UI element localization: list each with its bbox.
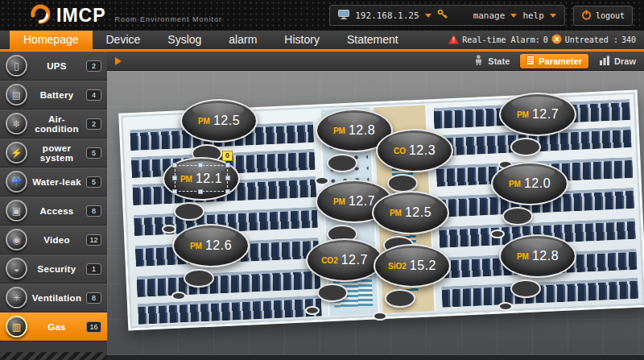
tab-alarm[interactable]: alarm (215, 31, 270, 49)
bottom-edge-strip (107, 355, 644, 360)
bubble-tail (171, 292, 186, 300)
bubble-tail (510, 279, 541, 298)
count-badge: 8 (86, 292, 101, 304)
app-window: IMCP Room Environment Monitor 192.168.1.… (0, 0, 644, 360)
untreated-count: 340 (621, 35, 636, 44)
bubble-tail (305, 306, 320, 315)
bubble-tail (510, 138, 541, 156)
floorplan-canvas[interactable]: PM 12.5 PM 12.8 CO 12.3 PM 12.1 (107, 71, 644, 360)
parameter-button[interactable]: Parameter (520, 54, 588, 68)
resize-handle[interactable] (172, 176, 177, 180)
help-menu[interactable]: help (522, 10, 544, 21)
ip-dropdown-icon[interactable] (425, 14, 431, 18)
alarm-status-bar: ! Real-time Alarm: 0 Untreated : 340 (448, 31, 644, 49)
bubble-tail (315, 176, 329, 185)
logout-button[interactable]: logout (573, 6, 633, 26)
header: IMCP Room Environment Monitor 192.168.1.… (0, 0, 644, 31)
count-badge: 16 (86, 321, 101, 333)
count-badge: 4 (86, 89, 101, 101)
monitor-icon (338, 10, 349, 22)
sensor-bubble-pm[interactable]: PM 12.8 (499, 234, 576, 278)
sidebar-item-video[interactable]: ◉ Video 12 (0, 226, 107, 254)
key-icon[interactable] (437, 9, 448, 22)
resize-handle[interactable] (225, 189, 230, 194)
manage-menu[interactable]: manage (473, 10, 506, 21)
selection-index-tag: 0 (222, 151, 233, 161)
sidebar: ▯ UPS 2 ▤ Battery 4 ❄ Air-condition 2 ⚡ … (0, 52, 107, 360)
ip-address: 192.168.1.25 (355, 10, 419, 21)
sidebar-item-access[interactable]: ▣ Access 8 (0, 197, 107, 226)
sensor-bubble-co[interactable]: CO 12.3 (376, 129, 453, 172)
sensor-bubble-pm[interactable]: PM 12.6 (172, 224, 250, 267)
draw-button[interactable]: Draw (599, 56, 636, 67)
video-icon: ◉ (6, 229, 27, 250)
tab-device[interactable]: Device (93, 31, 155, 49)
tab-syslog[interactable]: Syslog (154, 31, 215, 49)
logo: IMCP Room Environment Monitor (29, 3, 222, 28)
state-button[interactable]: State (473, 55, 510, 67)
sidebar-item-water-leak[interactable]: ☔ Water-leak 5 (0, 168, 107, 197)
bubble-tail (385, 289, 415, 308)
untreated-label: Untreated : (565, 35, 618, 44)
sidebar-item-power-system[interactable]: ⚡ power system 5 (0, 139, 107, 168)
resize-handle[interactable] (198, 189, 203, 194)
resize-handle[interactable] (198, 163, 203, 168)
bubble-tail (502, 207, 533, 226)
bubble-tail (327, 154, 357, 172)
sidebar-item-battery[interactable]: ▤ Battery 4 (0, 81, 107, 110)
parameter-icon (526, 56, 535, 67)
resize-handle[interactable] (225, 176, 230, 180)
sidebar-item-security[interactable]: ◒ Security 1 (0, 254, 107, 283)
logout-label: logout (596, 11, 625, 20)
sidebar-item-air-condition[interactable]: ❄ Air-condition 2 (0, 110, 107, 139)
count-badge: 5 (86, 176, 101, 188)
selection-box[interactable]: 0 (175, 165, 228, 192)
sensor-bubble-pm[interactable]: PM 12.0 (491, 162, 568, 205)
count-badge: 2 (86, 118, 101, 130)
tab-homepage[interactable]: Homepage (10, 31, 93, 49)
resize-handle[interactable] (225, 163, 230, 168)
brand-logo-icon (29, 3, 51, 28)
sidebar-bottom-hatch (0, 352, 107, 360)
bubble-tail (184, 269, 214, 288)
server-room-left (128, 112, 324, 323)
state-icon (473, 55, 484, 67)
resize-handle[interactable] (172, 163, 177, 168)
count-badge: 2 (86, 60, 101, 72)
warning-triangle-icon: ! (448, 35, 459, 46)
sensor-bubble-sio2[interactable]: SiO2 15.2 (374, 244, 451, 288)
manage-dropdown-icon[interactable] (510, 14, 517, 18)
bubble-tail (387, 174, 418, 192)
bubble-tail (490, 230, 505, 238)
count-badge: 5 (86, 147, 101, 159)
help-dropdown-icon[interactable] (550, 14, 556, 18)
sidebar-item-gas[interactable]: ▥ Gas 16 (0, 312, 107, 341)
resize-handle[interactable] (172, 189, 177, 194)
sidebar-item-ventilation[interactable]: ✳ Ventilation 8 (0, 283, 107, 312)
main-nav: Homepage Device Syslog alarm History Sta… (0, 31, 644, 52)
ups-icon: ▯ (6, 55, 27, 77)
collapse-arrow-icon[interactable] (115, 57, 122, 65)
tab-statement[interactable]: Statement (333, 31, 412, 49)
access-icon: ▣ (6, 200, 27, 221)
battery-icon: ▤ (6, 84, 27, 106)
sensor-bubble-pm[interactable]: PM 12.5 (180, 99, 258, 143)
bubble-tail (174, 202, 204, 221)
count-badge: 12 (86, 234, 101, 246)
svg-text:!: ! (452, 36, 456, 44)
server-rack-row (138, 296, 322, 325)
map-toolbar: State Parameter (107, 52, 644, 71)
count-badge: 1 (86, 263, 101, 275)
sensor-bubble-pm[interactable]: PM 12.7 (499, 93, 576, 136)
air-condition-icon: ❄ (6, 113, 27, 134)
gas-icon: ▥ (6, 316, 27, 337)
sensor-bubble-pm-selected[interactable]: PM 12.1 0 (163, 157, 240, 201)
sidebar-item-ups[interactable]: ▯ UPS 2 (0, 52, 107, 81)
sensor-bubble-co2[interactable]: CO2 12.7 (306, 238, 383, 282)
map-area: State Parameter (107, 52, 644, 360)
bubble-tail (317, 283, 348, 302)
brand-name: IMCP (56, 5, 106, 27)
sensor-bubble-pm[interactable]: PM 12.5 (372, 191, 449, 234)
tab-history[interactable]: History (270, 31, 333, 49)
ventilation-icon: ✳ (6, 287, 27, 308)
